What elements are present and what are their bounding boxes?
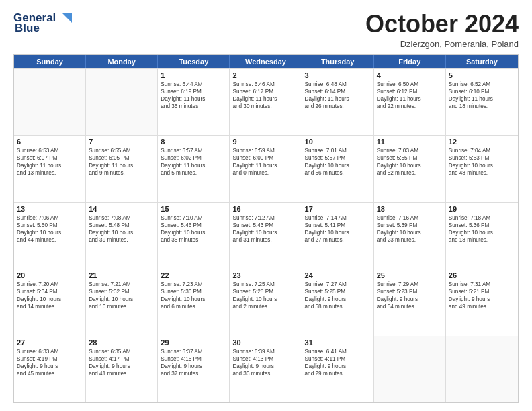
cell-info-line: Daylight: 11 hours: [232, 162, 298, 169]
cell-info-line: and 10 minutes.: [89, 303, 154, 310]
cell-info-line: Daylight: 10 hours: [305, 229, 371, 236]
cell-info-line: Sunset: 5:21 PM: [449, 288, 515, 295]
cell-info-line: Sunset: 5:32 PM: [89, 288, 154, 295]
cell-info-line: and 2 minutes.: [232, 303, 298, 310]
day-number: 23: [232, 271, 298, 279]
calendar-cell: 4Sunrise: 6:50 AMSunset: 6:12 PMDaylight…: [374, 69, 446, 135]
day-number: 11: [377, 138, 443, 146]
cell-info-line: Sunrise: 6:39 AM: [232, 348, 298, 355]
cell-info-line: Daylight: 9 hours: [17, 363, 83, 370]
day-number: 19: [449, 205, 515, 213]
day-number: 25: [377, 271, 443, 279]
calendar-cell: 11Sunrise: 7:03 AMSunset: 5:55 PMDayligh…: [374, 136, 446, 201]
cell-info-line: and 35 minutes.: [161, 236, 226, 244]
cell-info-line: Sunrise: 7:25 AM: [232, 281, 298, 288]
cell-info-line: Sunrise: 7:01 AM: [305, 147, 371, 154]
weekday-header: Sunday: [14, 55, 86, 68]
cell-info-line: Sunrise: 7:10 AM: [161, 214, 226, 222]
cell-info-line: and 27 minutes.: [305, 236, 371, 244]
cell-info-line: Sunrise: 7:27 AM: [305, 281, 371, 288]
calendar-cell: 24Sunrise: 7:27 AMSunset: 5:25 PMDayligh…: [302, 269, 374, 335]
cell-info-line: Daylight: 11 hours: [232, 95, 298, 103]
calendar-cell: 5Sunrise: 6:52 AMSunset: 6:10 PMDaylight…: [446, 69, 518, 135]
cell-info-line: Sunset: 5:39 PM: [377, 222, 443, 229]
calendar-cell: [14, 69, 86, 135]
cell-info-line: and 52 minutes.: [377, 169, 443, 177]
calendar-cell: 16Sunrise: 7:12 AMSunset: 5:43 PMDayligh…: [230, 203, 302, 269]
cell-info-line: Sunset: 6:17 PM: [232, 88, 298, 95]
calendar-cell: [86, 69, 158, 135]
day-number: 4: [377, 71, 443, 79]
day-number: 29: [161, 338, 226, 347]
cell-info-line: Sunset: 5:41 PM: [305, 222, 371, 229]
cell-info-line: and 35 minutes.: [161, 103, 226, 110]
cell-info-line: Daylight: 11 hours: [89, 162, 154, 169]
cell-info-line: Sunrise: 6:57 AM: [161, 147, 226, 154]
cell-info-line: Sunrise: 7:23 AM: [161, 281, 226, 288]
calendar-cell: 3Sunrise: 6:48 AMSunset: 6:14 PMDaylight…: [302, 69, 374, 135]
calendar-cell: 14Sunrise: 7:08 AMSunset: 5:48 PMDayligh…: [86, 203, 158, 269]
cell-info-line: Sunset: 6:02 PM: [161, 154, 226, 162]
cell-info-line: Daylight: 10 hours: [305, 162, 371, 169]
calendar-cell: 31Sunrise: 6:41 AMSunset: 4:11 PMDayligh…: [302, 336, 374, 402]
cell-info-line: Sunrise: 7:21 AM: [89, 281, 154, 288]
cell-info-line: Daylight: 11 hours: [161, 95, 226, 103]
calendar-cell: 13Sunrise: 7:06 AMSunset: 5:50 PMDayligh…: [14, 203, 86, 269]
cell-info-line: Daylight: 11 hours: [305, 95, 371, 103]
cell-info-line: and 56 minutes.: [305, 169, 371, 177]
cell-info-line: Sunset: 4:15 PM: [161, 355, 226, 363]
title-block: October 2024 Dzierzgon, Pomerania, Polan…: [365, 11, 519, 49]
day-number: 9: [232, 138, 298, 146]
cell-info-line: Sunset: 5:28 PM: [232, 288, 298, 295]
page-header: General Blue October 2024 Dzierzgon, Pom…: [13, 11, 519, 49]
day-number: 20: [17, 271, 83, 279]
calendar-cell: 10Sunrise: 7:01 AMSunset: 5:57 PMDayligh…: [302, 136, 374, 201]
cell-info-line: Daylight: 10 hours: [232, 295, 298, 303]
weekday-header: Thursday: [302, 55, 374, 68]
cell-info-line: and 13 minutes.: [17, 169, 83, 177]
cell-info-line: Sunrise: 7:12 AM: [232, 214, 298, 222]
cell-info-line: Sunset: 5:43 PM: [232, 222, 298, 229]
cell-info-line: Daylight: 11 hours: [449, 95, 515, 103]
location-subtitle: Dzierzgon, Pomerania, Poland: [365, 39, 519, 49]
cell-info-line: and 14 minutes.: [17, 303, 83, 310]
day-number: 16: [232, 205, 298, 213]
cell-info-line: Sunrise: 6:53 AM: [17, 147, 83, 154]
calendar-cell: 22Sunrise: 7:23 AMSunset: 5:30 PMDayligh…: [158, 269, 230, 335]
cell-info-line: Daylight: 9 hours: [377, 295, 443, 303]
cell-info-line: and 6 minutes.: [161, 303, 226, 310]
cell-info-line: Sunset: 4:17 PM: [89, 355, 154, 363]
cell-info-line: Sunrise: 7:29 AM: [377, 281, 443, 288]
cell-info-line: Sunset: 5:50 PM: [17, 222, 83, 229]
cell-info-line: Sunset: 4:13 PM: [232, 355, 298, 363]
day-number: 5: [449, 71, 515, 79]
cell-info-line: and 39 minutes.: [89, 236, 154, 244]
calendar-cell: 7Sunrise: 6:55 AMSunset: 6:05 PMDaylight…: [86, 136, 158, 201]
cell-info-line: Sunrise: 7:31 AM: [449, 281, 515, 288]
cell-info-line: Sunset: 5:57 PM: [305, 154, 371, 162]
day-number: 21: [89, 271, 154, 279]
cell-info-line: Daylight: 9 hours: [89, 363, 154, 370]
day-number: 22: [161, 271, 226, 279]
cell-info-line: Sunset: 6:19 PM: [161, 88, 226, 95]
cell-info-line: Daylight: 9 hours: [232, 363, 298, 370]
weekday-header: Saturday: [446, 55, 518, 68]
cell-info-line: Sunrise: 7:04 AM: [449, 147, 515, 154]
cell-info-line: Daylight: 9 hours: [161, 363, 226, 370]
cell-info-line: Sunset: 5:34 PM: [17, 288, 83, 295]
cell-info-line: and 54 minutes.: [377, 303, 443, 310]
calendar-cell: 9Sunrise: 6:59 AMSunset: 6:00 PMDaylight…: [230, 136, 302, 201]
day-number: 13: [17, 205, 83, 213]
cell-info-line: Sunset: 4:19 PM: [17, 355, 83, 363]
cell-info-line: Sunrise: 7:14 AM: [305, 214, 371, 222]
day-number: 3: [305, 71, 371, 79]
day-number: 6: [17, 138, 83, 146]
weekday-header: Friday: [374, 55, 446, 68]
cell-info-line: Sunset: 5:36 PM: [449, 222, 515, 229]
cell-info-line: and 30 minutes.: [232, 103, 298, 110]
cell-info-line: Daylight: 10 hours: [377, 162, 443, 169]
cell-info-line: Sunset: 5:23 PM: [377, 288, 443, 295]
weekday-header: Tuesday: [158, 55, 230, 68]
cell-info-line: Daylight: 10 hours: [17, 295, 83, 303]
day-number: 15: [161, 205, 226, 213]
